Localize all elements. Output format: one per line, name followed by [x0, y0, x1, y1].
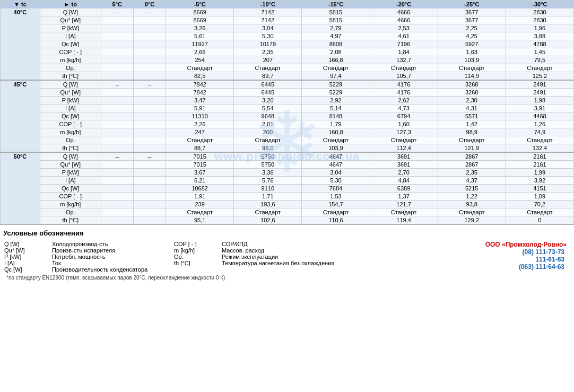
legend-title: Условные обозначения: [3, 229, 571, 237]
data-cell: 8669: [166, 16, 234, 24]
data-cell: Стандарт: [302, 208, 370, 216]
param-label: Qu* [W]: [40, 161, 101, 169]
data-cell: 3691: [370, 152, 438, 161]
data-cell: 129,2: [438, 216, 506, 224]
legend-mid-sym: COP [ - ]: [174, 241, 220, 247]
param-label: th [°C]: [40, 72, 101, 81]
tc-value: 40°C: [1, 8, 40, 81]
data-cell: [133, 40, 166, 48]
data-cell: [101, 208, 133, 216]
data-cell: 2,25: [438, 24, 506, 32]
company-name: ООО «Промхолод-Ровно»: [349, 241, 567, 248]
data-cell: 6445: [234, 80, 302, 89]
data-cell: [101, 89, 133, 97]
data-cell: 1,42: [438, 120, 506, 128]
param-label: th [°C]: [40, 216, 101, 224]
param-label: m [kg/h]: [40, 201, 101, 208]
tc-value: 45°C: [1, 80, 40, 152]
data-cell: 5229: [302, 89, 370, 97]
col-header-2: -5°C: [166, 1, 234, 8]
data-cell: Стандарт: [166, 136, 234, 144]
data-cell: 239: [166, 201, 234, 208]
data-cell: 1,45: [506, 48, 573, 56]
data-cell: Стандарт: [438, 136, 506, 144]
data-cell: 193,6: [234, 201, 302, 208]
legend-table: Q [W]Qu* [W]P [kW]I [A]Qc [W] Холодопрои…: [3, 240, 571, 273]
data-cell: 2867: [438, 161, 506, 169]
legend-desc: Производительность конденсатора: [52, 266, 172, 273]
data-cell: 2,30: [438, 97, 506, 104]
data-cell: 2,92: [302, 97, 370, 104]
data-cell: [133, 97, 166, 104]
legend-mid-sym: m [kg/h]: [174, 247, 220, 254]
data-cell: 5571: [438, 112, 506, 120]
data-cell: [101, 112, 133, 120]
data-cell: 119,4: [370, 216, 438, 224]
header-to: ► to: [40, 1, 101, 8]
data-cell: [133, 120, 166, 128]
data-cell: 247: [166, 128, 234, 136]
param-label: m [kg/h]: [40, 56, 101, 64]
data-cell: 1,53: [302, 193, 370, 201]
data-cell: [133, 24, 166, 32]
data-cell: 7015: [166, 152, 234, 161]
legend-mid-desc: Режим эксплуатации: [222, 254, 347, 260]
data-table: ▼ tc ► to 5°C 0°C -5°C -10°C -15°C -20°C…: [0, 0, 574, 224]
table-row: P [kW]3,473,202,922,622,301,98: [1, 97, 574, 104]
data-cell: 7142: [234, 16, 302, 24]
param-label: COP [ - ]: [40, 48, 101, 56]
tc-value: 50°C: [1, 152, 40, 224]
table-row: m [kg/h]254207166,8132,7103,979,5: [1, 56, 574, 64]
data-cell: [133, 216, 166, 224]
data-cell: 11310: [166, 112, 234, 120]
data-cell: 4,61: [370, 32, 438, 40]
table-row: COP [ - ]2,662,352,081,841,631,45: [1, 48, 574, 56]
data-cell: 3,26: [166, 24, 234, 32]
data-cell: 4468: [506, 112, 573, 120]
data-cell: [101, 64, 133, 72]
data-cell: 102,6: [234, 216, 302, 224]
data-cell: --: [133, 152, 166, 161]
data-cell: [101, 120, 133, 128]
data-cell: 3268: [438, 80, 506, 89]
legend-sym: I [A]: [4, 260, 50, 266]
legend-mid-desc: Температура нагнетания без охлаждения: [222, 260, 347, 266]
param-label: P [kW]: [40, 24, 101, 32]
param-label: Qc [W]: [40, 40, 101, 48]
data-cell: [133, 104, 166, 112]
legend-desc: Ток: [52, 260, 172, 266]
data-cell: [101, 193, 133, 201]
data-cell: 3,20: [234, 97, 302, 104]
data-cell: 6389: [370, 185, 438, 193]
data-cell: Стандарт: [370, 64, 438, 72]
data-cell: [133, 161, 166, 169]
data-cell: 0: [506, 216, 573, 224]
data-cell: 5927: [438, 40, 506, 48]
data-cell: 6,21: [166, 177, 234, 185]
data-cell: 5229: [302, 80, 370, 89]
data-cell: 114,9: [438, 72, 506, 81]
data-cell: [133, 89, 166, 97]
data-cell: [101, 97, 133, 104]
data-cell: 8148: [302, 112, 370, 120]
data-cell: 9110: [234, 185, 302, 193]
data-cell: 121,9: [438, 144, 506, 153]
table-row: Qu* [W]784264455229417632682491: [1, 89, 574, 97]
data-cell: 7196: [370, 40, 438, 48]
data-cell: [101, 216, 133, 224]
data-cell: 96,0: [234, 144, 302, 153]
data-cell: [101, 201, 133, 208]
data-cell: [101, 144, 133, 153]
data-cell: Стандарт: [234, 208, 302, 216]
data-cell: 3,92: [506, 177, 573, 185]
data-cell: 4,84: [370, 177, 438, 185]
data-cell: [101, 32, 133, 40]
data-cell: [133, 72, 166, 81]
data-cell: 3,04: [302, 169, 370, 177]
data-cell: Стандарт: [506, 136, 573, 144]
legend-mid-sym: th [°C]: [174, 260, 220, 266]
table-row: 40°CQ [W]----866971425815466636772830: [1, 8, 574, 16]
table-row: Qc [W]1131096488148679455714468: [1, 112, 574, 120]
data-cell: 10682: [166, 185, 234, 193]
data-cell: [101, 169, 133, 177]
